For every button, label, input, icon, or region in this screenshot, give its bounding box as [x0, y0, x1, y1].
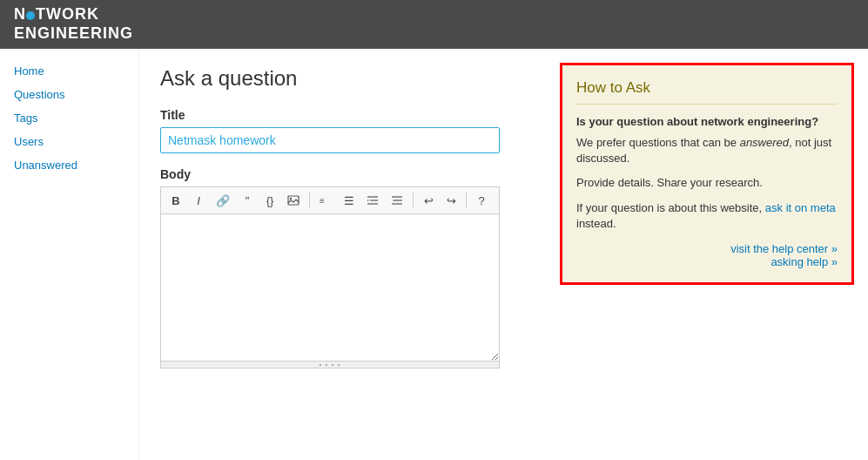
toolbar-separator-2: [413, 193, 414, 208]
title-label: Title: [160, 108, 525, 122]
blockquote-button[interactable]: ": [238, 191, 257, 210]
body-textarea[interactable]: [160, 213, 500, 362]
how-to-ask-links: visit the help center » asking help »: [576, 242, 838, 268]
logo: NTWORKENGINEERING: [14, 5, 133, 43]
logo-line1: NTWORKENGINEERING: [14, 5, 133, 42]
outdent-button[interactable]: [387, 191, 407, 210]
editor-toolbar: B I 🔗 " {} ≡ ☰: [160, 186, 500, 213]
visit-help-center-link[interactable]: visit the help center »: [576, 242, 838, 255]
bold-button[interactable]: B: [166, 191, 185, 210]
sidebar: Home Questions Tags Users Unanswered: [0, 49, 139, 460]
layout: Home Questions Tags Users Unanswered Ask…: [0, 49, 868, 460]
help-button[interactable]: ?: [472, 191, 491, 210]
undo-button[interactable]: ↩: [419, 191, 438, 210]
how-to-ask-p3: If your question is about this website, …: [576, 200, 838, 232]
sidebar-item-questions[interactable]: Questions: [0, 83, 138, 106]
right-panel: How to Ask Is your question about networ…: [546, 49, 868, 460]
sidebar-item-tags[interactable]: Tags: [0, 106, 138, 130]
indent-button[interactable]: [362, 191, 383, 210]
svg-text:≡: ≡: [320, 196, 325, 206]
body-label: Body: [160, 167, 525, 181]
how-to-ask-p1: We prefer questions that can be answered…: [576, 135, 838, 166]
title-input[interactable]: [160, 127, 500, 153]
asking-help-link[interactable]: asking help »: [576, 255, 838, 268]
page-title: Ask a question: [160, 66, 525, 91]
ordered-list-button[interactable]: ≡: [315, 191, 336, 210]
ask-on-meta-link[interactable]: ask it on meta: [765, 201, 836, 214]
svg-point-1: [290, 198, 292, 200]
italic-button[interactable]: I: [189, 191, 208, 210]
code-button[interactable]: {}: [260, 191, 279, 210]
header: NTWORKENGINEERING: [0, 0, 868, 49]
body-section: Body B I 🔗 " {} ≡: [160, 167, 525, 369]
image-button[interactable]: [283, 191, 304, 210]
toolbar-separator-1: [309, 193, 310, 208]
toolbar-separator-3: [466, 193, 467, 208]
main-content: Ask a question Title Body B I 🔗 " {}: [139, 49, 546, 460]
how-to-ask-p2: Provide details. Share your research.: [576, 175, 838, 191]
sidebar-item-users[interactable]: Users: [0, 130, 138, 153]
resize-dots: • • • •: [320, 361, 341, 369]
redo-button[interactable]: ↪: [441, 191, 461, 210]
sidebar-item-home[interactable]: Home: [0, 59, 138, 83]
sidebar-item-unanswered[interactable]: Unanswered: [0, 153, 138, 177]
how-to-ask-box: How to Ask Is your question about networ…: [560, 63, 854, 285]
resize-handle[interactable]: • • • •: [160, 362, 500, 369]
link-button[interactable]: 🔗: [212, 191, 234, 210]
unordered-list-button[interactable]: ☰: [340, 191, 359, 210]
how-to-ask-question: Is your question about network engineeri…: [576, 115, 838, 128]
how-to-ask-title: How to Ask: [576, 79, 838, 105]
